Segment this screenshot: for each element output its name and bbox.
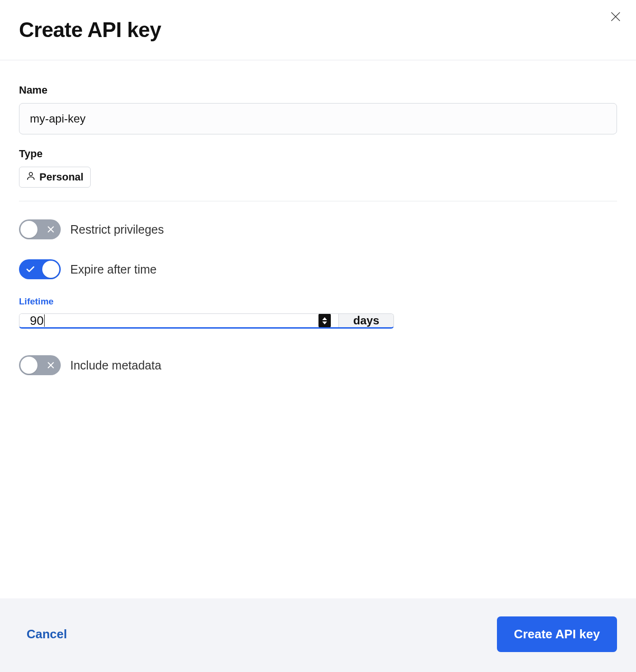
expire-after-time-label: Expire after time: [70, 263, 157, 276]
type-chip[interactable]: Personal: [19, 167, 91, 188]
create-api-key-modal: Create API key Name Type: [0, 0, 636, 672]
modal-footer: Cancel Create API key: [0, 598, 636, 672]
restrict-privileges-row: Restrict privileges: [19, 219, 617, 239]
close-icon: [610, 11, 621, 24]
restrict-privileges-toggle[interactable]: [19, 219, 61, 239]
svg-point-2: [29, 172, 33, 176]
name-field-group: Name: [19, 84, 617, 134]
modal-title: Create API key: [19, 18, 617, 42]
person-icon: [26, 171, 36, 183]
lifetime-input-wrap: 90 days: [19, 313, 394, 329]
x-icon: [47, 226, 55, 233]
include-metadata-toggle[interactable]: [19, 355, 61, 375]
divider: [19, 201, 617, 201]
cancel-button[interactable]: Cancel: [19, 620, 75, 648]
check-icon: [26, 266, 35, 273]
x-icon: [47, 361, 55, 369]
name-label: Name: [19, 84, 617, 96]
create-api-key-button[interactable]: Create API key: [497, 616, 617, 652]
modal-header: Create API key: [0, 0, 636, 60]
chevron-down-icon: [322, 322, 327, 324]
expire-after-time-row: Expire after time: [19, 259, 617, 279]
expire-after-time-toggle[interactable]: [19, 259, 61, 279]
include-metadata-row: Include metadata: [19, 355, 617, 375]
restrict-privileges-label: Restrict privileges: [70, 223, 164, 237]
chevron-up-icon: [322, 317, 327, 320]
name-input[interactable]: [19, 103, 617, 134]
modal-body: Name Type Personal: [0, 60, 636, 598]
include-metadata-label: Include metadata: [70, 359, 161, 372]
lifetime-section: Lifetime 90 days: [19, 296, 617, 329]
type-field-group: Type Personal: [19, 148, 617, 188]
type-value: Personal: [39, 171, 84, 183]
type-label: Type: [19, 148, 617, 160]
lifetime-unit: days: [338, 314, 393, 327]
lifetime-input[interactable]: 90: [19, 314, 338, 327]
toggle-knob: [20, 221, 37, 238]
number-stepper-icon[interactable]: [318, 313, 331, 328]
lifetime-value: 90: [30, 314, 45, 327]
toggle-knob: [42, 261, 59, 278]
lifetime-label: Lifetime: [19, 296, 617, 307]
close-button[interactable]: [608, 10, 623, 25]
toggle-knob: [20, 357, 37, 374]
